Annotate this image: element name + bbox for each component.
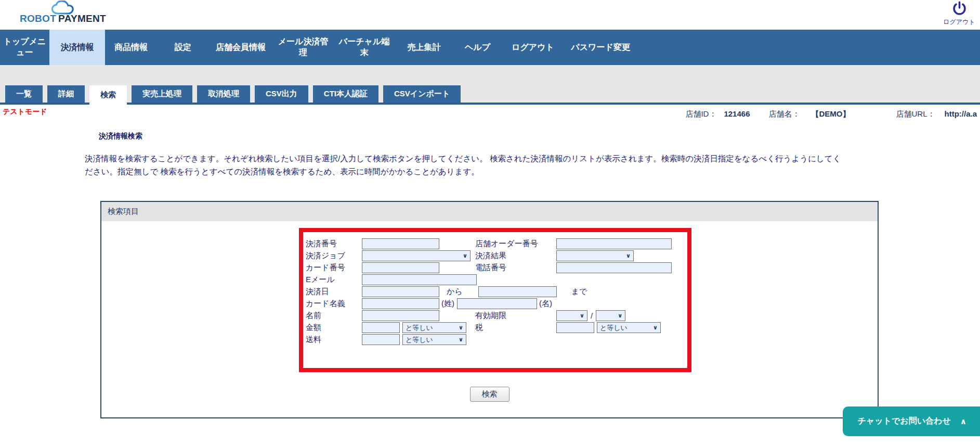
page-description: 決済情報を検索することができます。それぞれ検索したい項目を選択/入力して検索ボタ… xyxy=(85,152,849,178)
payment-number-input[interactable] xyxy=(362,238,439,249)
logo-text: ROBOTPAYMENT xyxy=(20,13,106,24)
page-title: 決済情報検索 xyxy=(99,132,980,141)
payment-result-select[interactable]: ∨ xyxy=(556,250,634,261)
tab-actual-sales[interactable]: 実売上処理 xyxy=(132,85,192,103)
chat-widget-label[interactable]: チャットでお問い合わせ xyxy=(857,416,950,427)
shipping-label: 送料 xyxy=(306,335,362,345)
phone-number-input[interactable] xyxy=(556,262,672,273)
tab-search[interactable]: 検索 xyxy=(89,85,127,105)
search-panel-title: 検索項目 xyxy=(108,207,139,217)
test-mode-badge: テストモード xyxy=(3,107,47,117)
robot-payment-logo: ROBOTPAYMENT xyxy=(20,1,106,24)
tax-label: 税 xyxy=(475,323,556,333)
form-row-payment-number: 決済番号 店舗オーダー番号 xyxy=(306,238,687,250)
form-row-payment-date: 決済日 から まで xyxy=(306,286,687,298)
store-id-label: 店舗ID： xyxy=(685,109,716,119)
shipping-condition-select[interactable]: と等しい∨ xyxy=(402,334,466,345)
nav-item-top-menu[interactable]: トップメニュー xyxy=(0,30,49,65)
nav-item-help[interactable]: ヘルプ xyxy=(453,30,502,65)
email-label: Eメール xyxy=(306,275,362,285)
store-order-number-label: 店舗オーダー番号 xyxy=(475,239,556,249)
expiry-separator: / xyxy=(591,311,593,320)
payment-date-to-input[interactable] xyxy=(478,286,557,297)
chevron-down-icon: ∨ xyxy=(580,312,584,319)
phone-number-label: 電話番号 xyxy=(475,263,556,273)
nav-item-virtual-terminal[interactable]: バーチャル端末 xyxy=(334,30,395,65)
payment-date-from-input[interactable] xyxy=(362,286,439,297)
last-name-text: (姓) xyxy=(441,299,454,309)
nav-item-logout[interactable]: ログアウト xyxy=(502,30,564,65)
form-row-cardholder: カード名義 (姓) (名) xyxy=(306,298,687,310)
shipping-input[interactable] xyxy=(362,334,400,345)
logout-shortcut-label[interactable]: ログアウト xyxy=(943,19,976,26)
form-row-amount: 金額 と等しい∨ 税 と等しい∨ xyxy=(306,322,687,334)
store-id-value: 121466 xyxy=(724,109,750,118)
status-row: テストモード 店舗ID： 121466 店舗名： 【DEMO】 店舗URL： h… xyxy=(0,105,980,129)
sub-tab-bar: 一覧 詳細 検索 実売上処理 取消処理 CSV出力 CTI本人認証 CSVインポ… xyxy=(0,65,980,105)
chevron-down-icon: ∨ xyxy=(626,252,631,259)
highlighted-form-area: 決済番号 店舗オーダー番号 決済ジョブ ∨ 決済結果 ∨ カード番号 電話番号 xyxy=(299,228,691,372)
logo-payment-text: PAYMENT xyxy=(58,13,106,24)
first-name-text: (名) xyxy=(539,299,552,309)
search-panel-header: 検索項目 xyxy=(101,202,878,221)
payment-job-label: 決済ジョブ xyxy=(306,251,362,261)
tax-input[interactable] xyxy=(556,322,594,333)
name-input[interactable] xyxy=(362,310,439,321)
nav-item-sales-summary[interactable]: 売上集計 xyxy=(395,30,453,65)
chevron-down-icon: ∨ xyxy=(653,324,658,331)
chat-widget-button[interactable]: チャットでお問い合わせ ∧ xyxy=(843,406,980,436)
chevron-down-icon: ∨ xyxy=(459,324,463,331)
amount-condition-select[interactable]: と等しい∨ xyxy=(402,322,466,333)
main-nav: トップメニュー 決済情報 商品情報 設定 店舗会員情報 メール決済管理 バーチャ… xyxy=(0,30,980,65)
tab-csv-import[interactable]: CSVインポート xyxy=(383,85,461,103)
search-button-row: 検索 xyxy=(101,387,878,402)
nav-item-product-info[interactable]: 商品情報 xyxy=(105,30,157,65)
expiry-year-select[interactable]: ∨ xyxy=(596,310,625,321)
top-header: ROBOTPAYMENT ログアウト xyxy=(0,0,980,30)
store-name-label: 店舗名： xyxy=(768,109,800,119)
tab-detail[interactable]: 詳細 xyxy=(47,85,85,103)
nav-item-mail-payment[interactable]: メール決済管理 xyxy=(272,30,334,65)
payment-job-select[interactable]: ∨ xyxy=(362,250,471,261)
form-row-name: 名前 有効期限 ∨ / ∨ xyxy=(306,310,687,322)
expiry-label: 有効期限 xyxy=(475,311,556,321)
nav-item-password-change[interactable]: パスワード変更 xyxy=(564,30,637,65)
payment-number-label: 決済番号 xyxy=(306,239,362,249)
form-row-payment-job: 決済ジョブ ∨ 決済結果 ∨ xyxy=(306,250,687,262)
logout-shortcut[interactable]: ログアウト xyxy=(943,1,976,26)
store-order-number-input[interactable] xyxy=(556,238,672,249)
cardholder-label: カード名義 xyxy=(306,299,362,309)
store-name-value: 【DEMO】 xyxy=(811,109,850,119)
form-row-email: Eメール xyxy=(306,274,687,286)
store-url-value: http://a.a xyxy=(945,109,977,118)
amount-input[interactable] xyxy=(362,322,400,333)
tax-condition-select[interactable]: と等しい∨ xyxy=(597,322,661,333)
search-submit-button[interactable]: 検索 xyxy=(470,387,509,402)
tab-list[interactable]: 一覧 xyxy=(5,85,43,103)
name-label: 名前 xyxy=(306,311,362,321)
store-url-label: 店舗URL： xyxy=(896,109,935,119)
email-input[interactable] xyxy=(362,274,477,285)
nav-item-payment-info[interactable]: 決済情報 xyxy=(49,30,105,65)
card-number-label: カード番号 xyxy=(306,263,362,273)
payment-date-label: 決済日 xyxy=(306,287,362,297)
payment-result-label: 決済結果 xyxy=(475,251,556,261)
tab-cti-auth[interactable]: CTI本人認証 xyxy=(313,85,378,103)
date-to-text: まで xyxy=(571,287,587,297)
amount-label: 金額 xyxy=(306,323,362,333)
nav-item-settings[interactable]: 設定 xyxy=(157,30,209,65)
power-icon[interactable] xyxy=(951,1,968,17)
nav-item-store-member-info[interactable]: 店舗会員情報 xyxy=(209,30,272,65)
date-from-text: から xyxy=(447,287,463,297)
tab-csv-export[interactable]: CSV出力 xyxy=(255,85,308,103)
card-number-input[interactable] xyxy=(362,262,439,273)
cardholder-first-name-input[interactable] xyxy=(457,298,537,309)
form-row-shipping: 送料 と等しい∨ xyxy=(306,334,687,346)
chevron-up-icon[interactable]: ∧ xyxy=(960,417,966,426)
store-info: 店舗ID： 121466 店舗名： 【DEMO】 店舗URL： http://a… xyxy=(685,109,977,119)
form-row-card-number: カード番号 電話番号 xyxy=(306,262,687,274)
tab-cancel[interactable]: 取消処理 xyxy=(197,85,250,103)
expiry-month-select[interactable]: ∨ xyxy=(556,310,587,321)
cloud-icon xyxy=(51,1,81,15)
cardholder-last-name-input[interactable] xyxy=(362,298,439,309)
